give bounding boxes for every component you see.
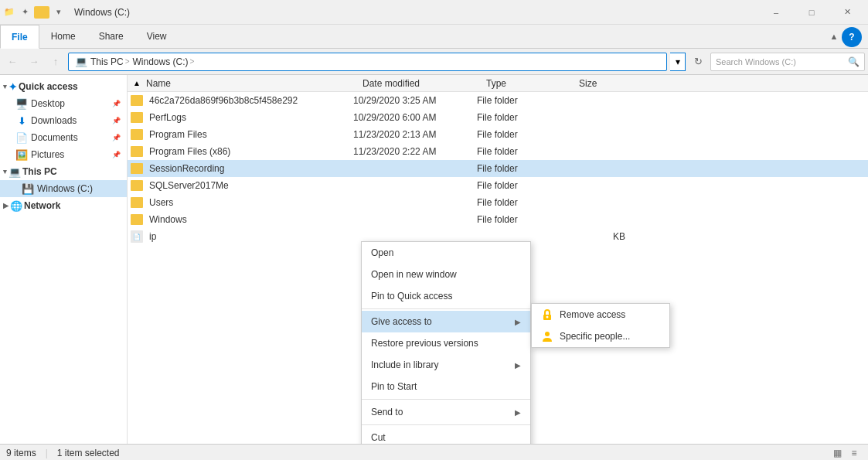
file-name: 46c2a726da869f96b3b8c5f458e292 [149,95,298,106]
table-row[interactable]: SQLServer2017Me File folder [128,177,868,194]
ctx-cut[interactable]: Cut [362,427,530,444]
sidebar-this-pc-header[interactable]: ▾ 💻 This PC [0,163,127,180]
file-name-cell: Program Files (x86) [146,146,350,157]
file-type: File folder [474,146,567,157]
ctx-separator-3 [362,424,530,425]
dropdown-icon[interactable]: ▾ [53,6,65,19]
sidebar-item-downloads[interactable]: ⬇ Downloads 📌 [0,112,127,129]
tab-view[interactable]: View [135,25,179,48]
refresh-button[interactable]: ↻ [689,53,707,71]
window-controls: – □ ✕ [758,0,865,25]
folder-icon [131,146,143,157]
file-date: 11/23/2020 2:22 AM [350,146,474,157]
network-chevron: ▶ [3,202,9,210]
file-name: Program Files (x86) [149,146,230,157]
submenu-remove-access[interactable]: Remove access [532,304,669,325]
ctx-pin-start-label: Pin to Start [371,381,417,392]
file-type: File folder [474,95,567,106]
window-title: Windows (C:) [74,7,758,18]
main-layout: ▾ ✦ Quick access 🖥️ Desktop 📌 ⬇ Download… [0,75,868,444]
minimize-button[interactable]: – [758,0,794,25]
sidebar: ▾ ✦ Quick access 🖥️ Desktop 📌 ⬇ Download… [0,75,128,444]
table-row[interactable]: Windows File folder [128,211,868,228]
network-icon: 🌐 [10,200,22,212]
sidebar-network-header[interactable]: ▶ 🌐 Network [0,197,127,214]
file-name-cell: ip [146,231,350,242]
sidebar-network-label: Network [24,200,60,211]
search-placeholder: Search Windows (C:) [716,57,796,66]
title-bar: 📁 ✦ ▾ Windows (C:) – □ ✕ [0,0,868,25]
back-button[interactable]: ← [3,53,22,71]
file-name: Program Files [149,129,207,140]
address-box[interactable]: 💻 This PC > Windows (C:) > [68,53,667,71]
folder-icon [131,180,143,191]
help-button[interactable]: ? [842,27,862,47]
view-toggle-buttons: ▦ ≡ [829,445,862,461]
col-name-label: Name [146,78,171,89]
ctx-pin-quick-access[interactable]: Pin to Quick access [362,285,530,307]
ctx-include-in-library[interactable]: Include in library ▶ [362,354,530,376]
table-row[interactable]: Program Files 11/23/2020 2:13 AM File fo… [128,126,868,143]
quick-access-icon: ✦ [19,6,31,19]
view-large-icons-button[interactable]: ▦ [829,445,845,461]
sidebar-downloads-label: Downloads [31,115,77,126]
ctx-pin-to-start[interactable]: Pin to Start [362,376,530,397]
sort-indicator: ▲ [131,79,143,87]
file-name: SessionRecording [149,163,224,174]
title-bar-icons: 📁 ✦ ▾ [3,6,65,19]
ribbon-collapse-button[interactable]: ▲ [826,29,842,44]
ctx-give-access-label: Give access to [371,316,432,327]
view-details-button[interactable]: ≡ [846,445,862,461]
address-bar: ← → ↑ 💻 This PC > Windows (C:) > ▾ ↻ Sea… [0,49,868,75]
sidebar-quick-access-header[interactable]: ▾ ✦ Quick access [0,78,127,95]
folder-icon [131,95,143,106]
ctx-include-library-arrow: ▶ [515,361,521,370]
sidebar-documents-label: Documents [31,132,78,143]
col-header-name[interactable]: Name [143,78,359,89]
submenu-specific-people[interactable]: Specific people... [532,325,669,347]
ribbon: File Home Share View ▲ ? [0,25,868,49]
table-row[interactable]: Users File folder [128,194,868,211]
table-row[interactable]: 46c2a726da869f96b3b8c5f458e292 10/29/202… [128,92,868,109]
search-box[interactable]: Search Windows (C:) 🔍 [710,53,865,71]
tab-home[interactable]: Home [39,25,87,48]
ctx-give-access-to[interactable]: Give access to ▶ [362,311,530,332]
sidebar-item-this-pc-selected[interactable]: 💾 Windows (C:) [0,180,127,197]
forward-button[interactable]: → [25,53,43,71]
ctx-open[interactable]: Open [362,242,530,264]
search-icon: 🔍 [848,56,859,67]
table-row[interactable]: Program Files (x86) 11/23/2020 2:22 AM F… [128,143,868,160]
items-count: 9 items [6,448,36,458]
file-type: File folder [474,163,567,174]
table-row[interactable]: PerfLogs 10/29/2020 6:00 AM File folder [128,109,868,126]
col-header-date[interactable]: Date modified [359,78,483,89]
up-button[interactable]: ↑ [46,53,65,71]
sidebar-item-pictures[interactable]: 🖼️ Pictures 📌 [0,146,127,163]
tab-share[interactable]: Share [87,25,135,48]
sidebar-item-desktop[interactable]: 🖥️ Desktop 📌 [0,95,127,112]
ctx-send-to[interactable]: Send to ▶ [362,401,530,423]
status-separator: | [46,448,48,458]
ctx-open-new-window[interactable]: Open in new window [362,264,530,285]
breadcrumb-windows-c[interactable]: Windows (C:) > [133,56,195,67]
col-header-type[interactable]: Type [483,78,576,89]
breadcrumb-this-pc[interactable]: This PC > [90,56,130,67]
table-row-selected[interactable]: SessionRecording File folder [128,160,868,177]
close-button[interactable]: ✕ [829,0,865,25]
sidebar-downloads-pin: 📌 [112,117,121,124]
file-list: ▲ Name Date modified Type Size 46c2a726d… [128,75,868,444]
sidebar-quick-access-label: Quick access [19,81,78,92]
file-size: KB [567,231,628,242]
ctx-restore-versions[interactable]: Restore previous versions [362,332,530,354]
maximize-button[interactable]: □ [794,0,829,25]
sidebar-item-documents[interactable]: 📄 Documents 📌 [0,129,127,146]
sidebar-windows-c-label: Windows (C:) [37,183,93,194]
this-pc-icon: 💻 [9,166,21,178]
file-name: Users [149,197,173,208]
file-type: File folder [474,112,567,123]
status-bar: 9 items | 1 item selected ▦ ≡ [0,444,868,460]
address-dropdown-button[interactable]: ▾ [670,53,686,71]
tab-file[interactable]: File [0,25,39,49]
file-name: ip [149,231,156,242]
col-header-size[interactable]: Size [576,78,638,89]
